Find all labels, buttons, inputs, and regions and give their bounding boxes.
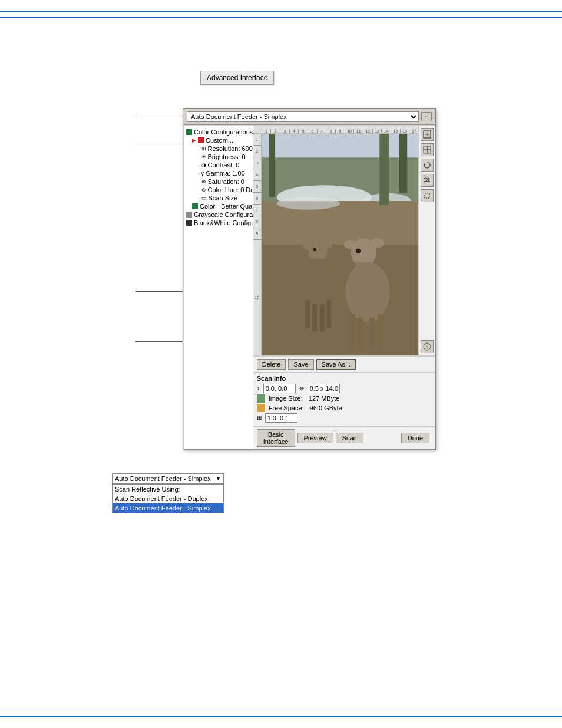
ruler-mark-4: 4 xyxy=(289,129,299,133)
svg-rect-18 xyxy=(356,262,372,284)
image-size-label: Image Size: xyxy=(269,395,303,402)
callout-line-scaninfo xyxy=(135,291,183,292)
custom-folder-icon xyxy=(198,137,204,143)
tree-item-saturation[interactable]: · ⊕ Saturation: 0 xyxy=(185,177,252,186)
save-button[interactable]: Save xyxy=(288,359,313,370)
scan-info-resolution-row: ⊞ xyxy=(257,413,432,423)
svg-rect-29 xyxy=(269,134,275,197)
ruler-mark-1: 1 xyxy=(262,129,271,133)
tree-label-scan-size: Scan Size xyxy=(209,195,238,202)
svg-point-25 xyxy=(356,249,361,253)
image-size-icon xyxy=(257,394,265,403)
position-icon: ↕ xyxy=(257,385,260,391)
basic-interface-button[interactable]: Basic Interface xyxy=(257,429,295,447)
tree-item-contrast[interactable]: · ◑ Contrast: 0 xyxy=(185,161,252,169)
dropdown-item-duplex[interactable]: Auto Document Feeder - Duplex xyxy=(113,494,223,503)
dialog-footer: Basic Interface Preview Scan Done xyxy=(253,426,435,449)
free-space-value: 96.0 GByte xyxy=(310,404,342,411)
help-icon: ? xyxy=(423,342,431,351)
ruler-mark-13: 13 xyxy=(372,129,382,133)
tree-label-grayscale: Grayscale Configurations xyxy=(194,211,253,218)
top-line-thick xyxy=(0,11,562,12)
crop-button[interactable] xyxy=(421,189,434,202)
bottom-dropdown[interactable]: Auto Document Feeder - Simplex ▼ xyxy=(112,473,224,484)
ruler-left-7: 7 xyxy=(253,205,261,216)
save-as-button[interactable]: Save As... xyxy=(316,359,356,370)
ruler-left-8: 8 xyxy=(253,216,261,228)
dropdown-item-simplex[interactable]: Auto Document Feeder - Simplex xyxy=(113,503,223,513)
svg-rect-11 xyxy=(305,300,310,328)
zoom-fit-button[interactable] xyxy=(421,128,434,141)
size-icon: ⇔ xyxy=(299,385,304,391)
ruler-mark-11: 11 xyxy=(353,129,363,133)
ruler-mark-15: 15 xyxy=(391,129,400,133)
tree-item-color-better[interactable]: Color - Better Quality xyxy=(185,202,252,210)
dropdown-item-reflective[interactable]: Scan Reflective Using: xyxy=(113,485,223,494)
scan-info-image-size-row: Image Size: 127 MByte xyxy=(257,394,432,403)
size-input[interactable] xyxy=(308,384,340,393)
tree-label-bw: Black&White Configurations xyxy=(194,219,253,226)
ruler-mark-3: 3 xyxy=(280,129,289,133)
svg-rect-21 xyxy=(349,314,355,347)
ruler-mark-6: 6 xyxy=(308,129,317,133)
advanced-interface-button[interactable]: Advanced Interface xyxy=(200,71,274,85)
free-space-label: Free Space: xyxy=(269,404,304,411)
callout-line-basic xyxy=(135,341,183,342)
svg-rect-35 xyxy=(424,150,427,153)
zoom-button[interactable] xyxy=(421,143,434,156)
svg-rect-14 xyxy=(326,300,331,328)
scan-info-position-row: ↕ ⇔ xyxy=(257,384,432,393)
tree-label-resolution: Resolution: 600 DPI xyxy=(208,145,253,152)
ruler-mark-5: 5 xyxy=(298,129,308,133)
svg-rect-24 xyxy=(378,314,383,347)
svg-point-20 xyxy=(370,238,384,248)
tree-item-grayscale[interactable]: Grayscale Configurations xyxy=(185,210,252,219)
resolution-input[interactable] xyxy=(265,413,297,423)
tree-label-color-better: Color - Better Quality xyxy=(200,203,253,210)
svg-rect-23 xyxy=(369,317,375,350)
ruler-mark-12: 12 xyxy=(363,129,372,133)
tree-item-scan-size[interactable]: · ▭ Scan Size xyxy=(185,194,252,202)
svg-marker-37 xyxy=(424,163,426,165)
ruler-mark-2: 2 xyxy=(270,129,280,133)
svg-rect-22 xyxy=(357,317,362,350)
tree-label-saturation: Saturation: 0 xyxy=(208,178,244,185)
svg-rect-33 xyxy=(424,146,427,150)
svg-rect-36 xyxy=(427,150,431,153)
rotate-button[interactable] xyxy=(421,159,434,172)
tree-item-custom[interactable]: ▶ Custom ... xyxy=(185,136,252,144)
help-button[interactable]: ? xyxy=(421,340,434,353)
tree-item-bw[interactable]: Black&White Configurations xyxy=(185,219,252,227)
preview-button[interactable]: Preview xyxy=(297,433,333,443)
titlebar-menu-icon[interactable]: ≡ xyxy=(421,112,432,121)
tree-item-gamma[interactable]: · γ Gamma: 1.00 xyxy=(185,169,252,177)
bottom-line-thick xyxy=(0,716,562,717)
source-dropdown[interactable]: Auto Document Feeder - Simplex Auto Docu… xyxy=(187,111,419,122)
svg-rect-5 xyxy=(262,245,418,355)
scan-info-panel: Scan Info ↕ ⇔ Image Size: 127 MByte xyxy=(253,372,435,426)
tree-item-color-hue[interactable]: · ⊙ Color Hue: 0 Degrees xyxy=(185,186,252,194)
tree-item-color-config[interactable]: Color Configurations xyxy=(185,128,252,136)
ruler-left-3: 3 xyxy=(253,157,261,169)
ruler-left-5: 5 xyxy=(253,181,261,193)
scan-info-title: Scan Info xyxy=(257,375,432,382)
delete-button[interactable]: Delete xyxy=(257,359,286,370)
color-config-icon xyxy=(186,129,192,135)
svg-rect-34 xyxy=(427,146,431,150)
ruler-left-9: 9 xyxy=(253,228,261,240)
tree-label-hue: Color Hue: 0 Degrees xyxy=(208,186,253,193)
preview-image-area[interactable] xyxy=(262,134,418,355)
zoom-fit-icon xyxy=(423,130,431,139)
bottom-dropdown-value: Auto Document Feeder - Simplex xyxy=(115,475,216,482)
svg-point-9 xyxy=(303,242,314,250)
position-input[interactable] xyxy=(263,384,296,393)
edit-button[interactable] xyxy=(421,174,434,187)
deer-preview-svg xyxy=(262,134,418,355)
tree-item-brightness[interactable]: · ☀ Brightness: 0 xyxy=(185,153,252,161)
callout-line-tree xyxy=(135,144,183,144)
scan-button[interactable]: Scan xyxy=(336,433,363,443)
done-button[interactable]: Done xyxy=(401,433,429,443)
dropdown-menu: Scan Reflective Using: Auto Document Fee… xyxy=(112,484,224,513)
tree-item-resolution[interactable]: · ⊞ Resolution: 600 DPI xyxy=(185,144,252,153)
scan-info-free-space-row: Free Space: 96.0 GByte xyxy=(257,404,432,412)
